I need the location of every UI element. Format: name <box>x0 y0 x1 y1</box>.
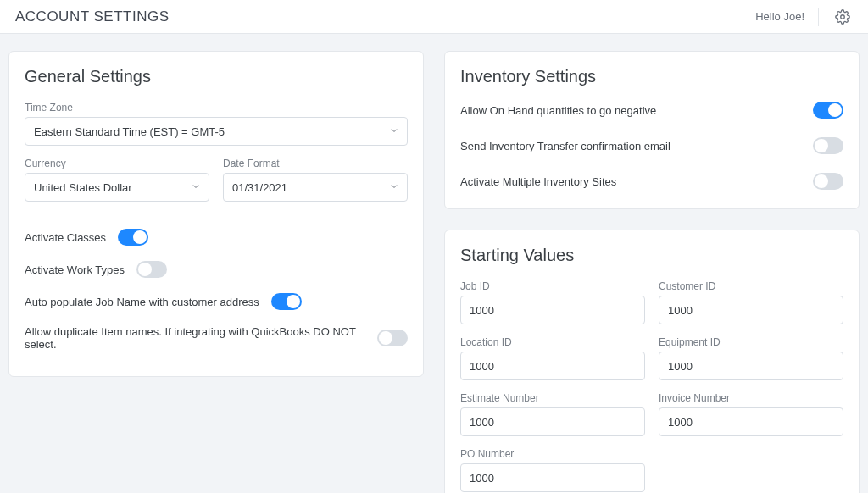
invoice-number-input[interactable] <box>659 407 843 436</box>
customer-id-input[interactable] <box>659 296 843 324</box>
timezone-label: Time Zone <box>25 102 408 114</box>
currency-select[interactable]: United States Dollar <box>25 173 209 202</box>
svg-point-0 <box>841 14 845 19</box>
customer-id-label: Customer ID <box>659 280 843 292</box>
po-number-label: PO Number <box>460 448 645 460</box>
equipment-id-label: Equipment ID <box>659 336 843 348</box>
greeting-text: Hello Joe! <box>755 10 804 23</box>
allow-negative-toggle[interactable] <box>813 102 843 119</box>
po-number-input[interactable] <box>460 463 645 492</box>
job-id-label: Job ID <box>460 280 645 292</box>
gear-icon <box>835 9 850 25</box>
starting-values-card: Starting Values Job ID Customer ID Locat… <box>444 230 860 493</box>
timezone-select[interactable]: Eastern Standard Time (EST) = GMT-5 <box>25 117 408 146</box>
topbar-divider <box>818 8 819 26</box>
currency-label: Currency <box>25 158 209 169</box>
multiple-sites-label: Activate Multiple Inventory Sites <box>460 175 616 188</box>
settings-button[interactable] <box>832 7 853 27</box>
equipment-id-input[interactable] <box>659 352 843 380</box>
dateformat-label: Date Format <box>223 158 408 169</box>
dateformat-select[interactable]: 01/31/2021 <box>223 173 408 202</box>
activate-work-types-label: Activate Work Types <box>25 263 125 276</box>
general-settings-title: General Settings <box>25 67 408 86</box>
multiple-sites-toggle[interactable] <box>813 173 843 190</box>
allow-dup-item-names-toggle[interactable] <box>377 330 408 346</box>
activate-work-types-toggle[interactable] <box>136 261 167 278</box>
general-settings-card: General Settings Time Zone Eastern Stand… <box>8 51 424 377</box>
page-title: ACCOUNT SETTINGS <box>15 8 169 25</box>
location-id-input[interactable] <box>460 352 645 380</box>
inventory-settings-card: Inventory Settings Allow On Hand quantit… <box>444 51 860 209</box>
allow-dup-item-names-label: Allow duplicate Item names. If integrati… <box>25 325 365 351</box>
send-transfer-email-label: Send Inventory Transfer confirmation ema… <box>460 140 670 152</box>
inventory-settings-title: Inventory Settings <box>460 67 843 86</box>
auto-populate-job-name-label: Auto populate Job Name with customer add… <box>25 296 259 308</box>
allow-negative-label: Allow On Hand quantities to go negative <box>460 104 656 117</box>
starting-values-title: Starting Values <box>460 246 843 265</box>
activate-classes-label: Activate Classes <box>25 231 106 244</box>
job-id-input[interactable] <box>460 296 645 324</box>
location-id-label: Location ID <box>460 336 645 348</box>
activate-classes-toggle[interactable] <box>118 229 148 246</box>
estimate-number-input[interactable] <box>460 407 645 436</box>
estimate-number-label: Estimate Number <box>460 392 645 404</box>
auto-populate-job-name-toggle[interactable] <box>271 293 302 310</box>
invoice-number-label: Invoice Number <box>659 392 843 404</box>
send-transfer-email-toggle[interactable] <box>813 137 843 154</box>
